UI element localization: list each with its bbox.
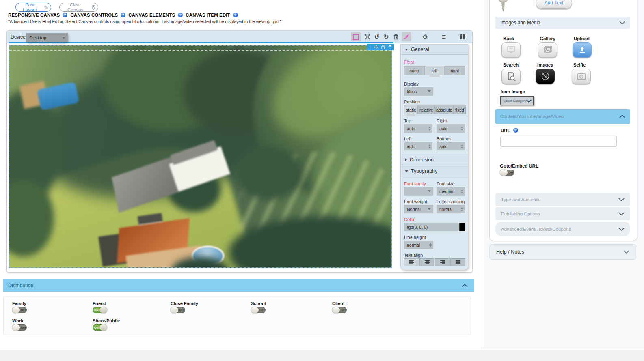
work-toggle[interactable]: OFF bbox=[12, 324, 27, 331]
letter-spacing-input[interactable]: normal bbox=[437, 205, 465, 213]
content-section-header[interactable]: Content/YouTube/Image/Video bbox=[495, 109, 630, 124]
bottom-input[interactable]: auto bbox=[437, 142, 465, 150]
typography-section-header[interactable]: Typography bbox=[401, 166, 468, 176]
goto-embed-label: Goto/Embed URL bbox=[500, 163, 538, 168]
type-audience-title: Type and Audience bbox=[501, 197, 541, 202]
select-region-button[interactable] bbox=[351, 32, 361, 41]
icon-category-select[interactable]: Select Category bbox=[500, 96, 534, 105]
post-options-sidebar: Add Text Images and Media Back Gallery U… bbox=[489, 0, 637, 241]
search-tool-button[interactable] bbox=[501, 69, 521, 84]
align-left-button[interactable] bbox=[404, 258, 419, 266]
position-static-button[interactable]: static bbox=[404, 105, 418, 114]
left-input[interactable]: auto bbox=[404, 142, 432, 150]
type-audience-section-header[interactable]: Type and Audience bbox=[495, 193, 630, 206]
spinner-icon[interactable] bbox=[461, 189, 463, 193]
friend-toggle[interactable]: ON bbox=[93, 307, 107, 313]
right-input[interactable]: auto bbox=[437, 124, 465, 133]
post-layout-label: Post Layout bbox=[18, 2, 41, 12]
color-input[interactable]: rgb(0, 0, 0) bbox=[404, 223, 459, 231]
info-icon[interactable] bbox=[513, 128, 518, 133]
legend-row: RESPONSIVE CANVAS CANVAS CONTROLS CANVAS… bbox=[8, 13, 238, 17]
align-justify-button[interactable] bbox=[450, 258, 465, 266]
icon-image-label: Icon Image bbox=[501, 89, 525, 94]
images-media-title: Images and Media bbox=[500, 20, 540, 26]
redo-button[interactable]: ↻ bbox=[381, 32, 391, 41]
align-right-icon bbox=[440, 260, 445, 264]
distribution-section-header[interactable]: Distribution bbox=[3, 279, 474, 292]
dimension-section-header[interactable]: Dimension bbox=[401, 155, 468, 165]
aerial-photo-element[interactable] bbox=[9, 45, 392, 268]
chevron-up-icon bbox=[619, 115, 625, 118]
back-tool-button[interactable] bbox=[501, 42, 521, 58]
close-family-toggle[interactable]: OFF bbox=[171, 307, 185, 313]
float-left-button[interactable]: left bbox=[424, 66, 445, 75]
general-section-header[interactable]: General bbox=[401, 44, 468, 55]
line-height-label: Line height bbox=[404, 235, 426, 240]
align-center-button[interactable] bbox=[419, 258, 434, 266]
device-select[interactable]: Desktop bbox=[26, 33, 68, 42]
text-align-label: Text align bbox=[404, 253, 423, 258]
style-brush-button[interactable] bbox=[402, 32, 411, 41]
legend-responsive-canvas: RESPONSIVE CANVAS bbox=[8, 13, 60, 17]
client-toggle[interactable]: OFF bbox=[332, 307, 347, 313]
display-select[interactable]: block bbox=[404, 87, 433, 96]
info-icon[interactable] bbox=[233, 13, 238, 17]
align-justify-icon bbox=[455, 260, 461, 264]
spinner-icon[interactable] bbox=[428, 127, 431, 131]
undo-button[interactable]: ↺ bbox=[372, 32, 382, 41]
selfie-tool-button[interactable] bbox=[572, 69, 591, 84]
font-family-select[interactable] bbox=[404, 187, 433, 196]
element-settings-panel: General Float none left right Display bl… bbox=[400, 44, 468, 270]
publishing-options-section-header[interactable]: Publishing Options bbox=[495, 207, 630, 220]
school-toggle[interactable]: OFF bbox=[251, 307, 266, 313]
share-public-toggle[interactable]: ON bbox=[93, 324, 107, 331]
goto-embed-toggle[interactable]: OFF bbox=[500, 170, 514, 176]
position-fixed-button[interactable]: fixed bbox=[454, 105, 466, 114]
font-weight-select[interactable]: Normal bbox=[404, 205, 433, 213]
font-size-input[interactable]: medium bbox=[437, 187, 465, 196]
move-icon[interactable] bbox=[374, 45, 378, 49]
clear-canvas-button[interactable]: Clear Canvas bbox=[59, 3, 98, 12]
gallery-tool-button[interactable] bbox=[538, 42, 557, 58]
move-up-icon[interactable]: ↑ bbox=[369, 45, 371, 49]
line-height-input[interactable]: normal bbox=[404, 241, 433, 249]
color-swatch[interactable] bbox=[459, 223, 465, 231]
float-none-button[interactable]: none bbox=[404, 66, 424, 75]
top-input[interactable]: auto bbox=[404, 124, 432, 133]
url-input[interactable] bbox=[500, 136, 617, 147]
align-right-button[interactable] bbox=[435, 258, 450, 266]
upload-tool-button[interactable] bbox=[573, 42, 592, 58]
delete-element-button[interactable] bbox=[391, 32, 401, 41]
spinner-icon[interactable] bbox=[461, 144, 463, 148]
add-text-button[interactable]: Add Text bbox=[536, 0, 572, 9]
info-icon[interactable] bbox=[178, 13, 183, 17]
info-icon[interactable] bbox=[63, 13, 67, 17]
delete-icon[interactable] bbox=[388, 45, 392, 49]
post-layout-button[interactable]: Post Layout ✎ bbox=[15, 3, 51, 12]
duplicate-icon[interactable] bbox=[381, 45, 385, 49]
spinner-icon[interactable] bbox=[428, 144, 431, 148]
grid-view-button[interactable] bbox=[458, 32, 467, 41]
url-label: URL bbox=[501, 128, 510, 133]
map-pin-icon bbox=[91, 5, 95, 10]
settings-button[interactable]: ⚙ bbox=[420, 32, 430, 41]
help-notes-section-header[interactable]: Help / Notes bbox=[489, 244, 636, 260]
spinner-icon[interactable] bbox=[461, 127, 463, 131]
advanced-section-header[interactable]: Advanced:Event/Tickets/Coupons bbox=[495, 222, 630, 236]
menu-button[interactable]: ≡ bbox=[439, 32, 449, 41]
family-toggle[interactable]: OFF bbox=[12, 307, 27, 313]
info-icon[interactable] bbox=[121, 13, 125, 17]
position-absolute-button[interactable]: absolute bbox=[435, 105, 454, 114]
images-tool-button[interactable] bbox=[536, 69, 555, 84]
images-media-section-header[interactable]: Images and Media bbox=[495, 17, 630, 29]
trash-icon bbox=[393, 34, 398, 40]
expand-arrows-icon bbox=[365, 34, 370, 40]
float-right-button[interactable]: right bbox=[445, 66, 465, 75]
position-relative-button[interactable]: relative bbox=[418, 105, 435, 114]
spinner-icon[interactable] bbox=[429, 243, 432, 247]
spinner-icon[interactable] bbox=[461, 207, 463, 211]
fullscreen-button[interactable] bbox=[363, 32, 372, 41]
element-drag-edge[interactable] bbox=[9, 50, 391, 51]
add-text-label: Add Text bbox=[545, 0, 563, 6]
tool-label-search: Search bbox=[503, 62, 519, 67]
